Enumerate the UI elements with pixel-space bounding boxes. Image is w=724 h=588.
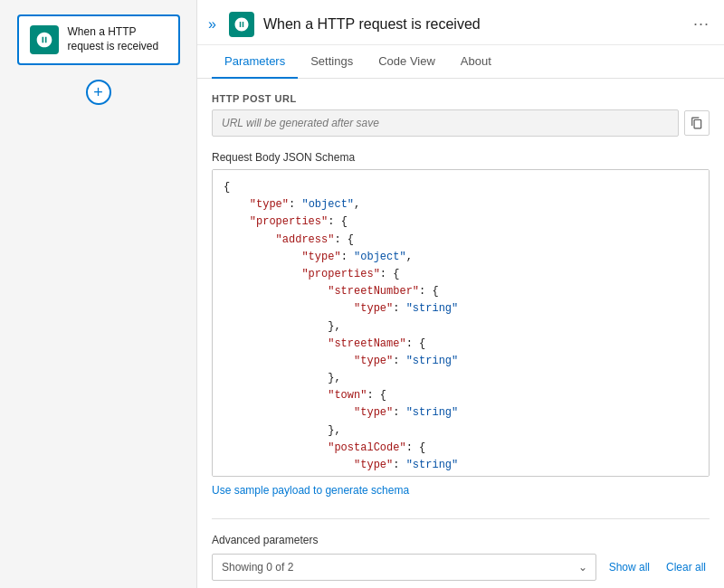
main-panel: » When a HTTP request is received ··· Pa… [197,0,724,588]
json-line-14: "type": "string" [224,404,698,422]
advanced-dropdown-row: Showing 0 of 2 ⌄ Show all Clear all [212,554,710,581]
trigger-card[interactable]: When a HTTP request is received [17,14,180,65]
json-line-7: "streetNumber": { [224,283,698,300]
advanced-dropdown-wrapper: Showing 0 of 2 ⌄ [212,554,596,581]
add-step-button[interactable]: + [86,80,111,105]
json-line-12: }, [224,370,698,387]
trigger-label: When a HTTP request is received [68,25,167,53]
copy-icon [691,117,703,129]
more-options-icon[interactable]: ··· [693,14,710,33]
json-line-3: "properties": { [224,213,698,231]
json-line-4: "address": { [224,232,698,249]
tab-code-view[interactable]: Code View [366,45,448,79]
sidebar: When a HTTP request is received + [0,0,197,588]
json-line-10: "streetName": { [224,336,698,353]
schema-label: Request Body JSON Schema [212,151,710,164]
panel-header-icon [229,12,254,37]
clear-all-button[interactable]: Clear all [662,561,710,574]
json-line-15: }, [224,422,698,440]
sample-payload-link[interactable]: Use sample payload to generate schema [212,484,409,497]
panel-http-icon [233,16,250,33]
http-post-url-label: HTTP POST URL [212,93,710,104]
json-line-17: "type": "string" [224,457,698,474]
json-line-16: "postalCode": { [224,440,698,457]
json-line-6: "properties": { [224,266,698,283]
content-area: HTTP POST URL URL will be generated afte… [197,79,724,588]
json-line-1: { [224,179,698,196]
advanced-label: Advanced parameters [212,534,710,546]
http-trigger-icon [35,31,53,49]
tab-bar: Parameters Settings Code View About [197,45,724,79]
advanced-dropdown[interactable]: Showing 0 of 2 [212,554,596,581]
json-line-11: "type": "string" [224,353,698,370]
json-line-13: "town": { [224,387,698,404]
json-line-18: } [224,474,698,477]
show-all-button[interactable]: Show all [605,561,653,574]
plus-icon: + [93,83,103,102]
panel-title: When a HTTP request is received [263,16,684,33]
json-line-5: "type": "object", [224,249,698,266]
json-editor[interactable]: { "type": "object", "properties": { "add… [212,169,710,477]
json-line-8: "type": "string" [224,300,698,318]
tab-parameters[interactable]: Parameters [212,45,298,79]
url-field: URL will be generated after save [212,109,679,137]
copy-url-button[interactable] [684,110,710,136]
tab-about[interactable]: About [448,45,504,79]
json-line-9: }, [224,318,698,336]
url-field-wrapper: URL will be generated after save [212,109,710,137]
tab-settings[interactable]: Settings [298,45,366,79]
json-line-2: "type": "object", [224,196,698,213]
trigger-icon [30,25,59,54]
expand-icon[interactable]: » [208,16,216,33]
divider [212,518,710,519]
panel-header: » When a HTTP request is received ··· [197,0,724,45]
